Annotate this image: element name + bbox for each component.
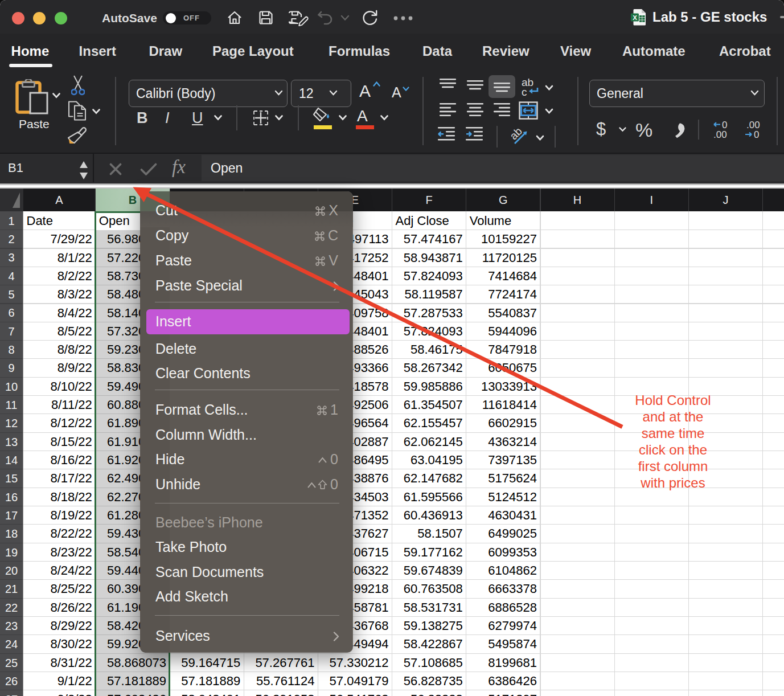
svg-text:.00: .00 <box>713 129 727 139</box>
svg-text:c: c <box>522 86 527 97</box>
svg-text:X: X <box>633 14 637 21</box>
svg-text:ab: ab <box>510 125 524 142</box>
svg-text:0: 0 <box>754 129 759 139</box>
